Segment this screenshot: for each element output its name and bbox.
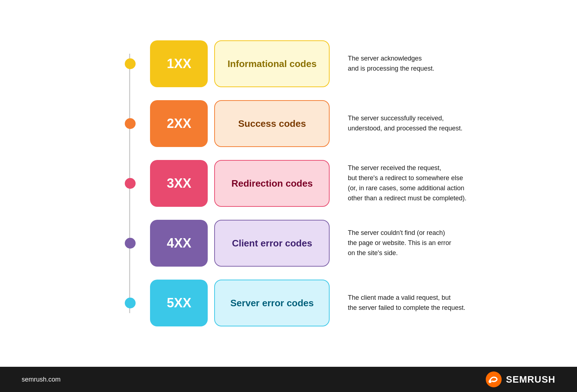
description-3xx: The server received the request,but ther…: [348, 163, 466, 204]
svg-point-1: [489, 380, 492, 383]
label-box-1xx: Informational codes: [214, 40, 330, 87]
description-5xx: The client made a valid request, butthe …: [348, 293, 465, 313]
description-2xx: The server successfully received,underst…: [348, 113, 462, 134]
dot-4xx: [125, 238, 136, 249]
code-box-1xx: 1XX: [150, 40, 208, 87]
label-box-4xx: Client error codes: [214, 220, 330, 267]
row-5xx: 5XX Server error codes The client made a…: [110, 273, 465, 333]
row-3xx: 3XX Redirection codes The server receive…: [110, 153, 466, 213]
dot-col-2: [110, 118, 150, 129]
semrush-logo: SEMRUSH: [486, 371, 555, 387]
svg-point-0: [486, 371, 502, 387]
code-box-5xx: 5XX: [150, 280, 208, 326]
dot-col-4: [110, 238, 150, 249]
footer-url: semrush.com: [22, 376, 61, 383]
code-box-3xx: 3XX: [150, 160, 208, 207]
dot-2xx: [125, 118, 136, 129]
row-1xx: 1XX Informational codes The server ackno…: [110, 34, 434, 94]
label-box-2xx: Success codes: [214, 100, 330, 147]
dot-5xx: [125, 298, 136, 308]
description-4xx: The server couldn't find (or reach)the p…: [348, 228, 451, 258]
dot-3xx: [125, 178, 136, 189]
label-box-3xx: Redirection codes: [214, 160, 330, 207]
row-4xx: 4XX Client error codes The server couldn…: [110, 213, 451, 273]
row-2xx: 2XX Success codes The server successfull…: [110, 94, 462, 153]
semrush-brand-text: SEMRUSH: [506, 374, 555, 385]
main-content: 1XX Informational codes The server ackno…: [0, 0, 577, 367]
description-1xx: The server acknowledgesand is processing…: [348, 54, 434, 74]
dot-col-3: [110, 178, 150, 189]
semrush-icon: [486, 371, 502, 387]
timeline-container: 1XX Informational codes The server ackno…: [110, 34, 466, 333]
footer: semrush.com SEMRUSH: [0, 367, 577, 392]
dot-col-5: [110, 298, 150, 308]
dot-col-1: [110, 58, 150, 69]
label-box-5xx: Server error codes: [214, 280, 330, 326]
code-box-2xx: 2XX: [150, 100, 208, 147]
code-box-4xx: 4XX: [150, 220, 208, 267]
dot-1xx: [125, 58, 136, 69]
